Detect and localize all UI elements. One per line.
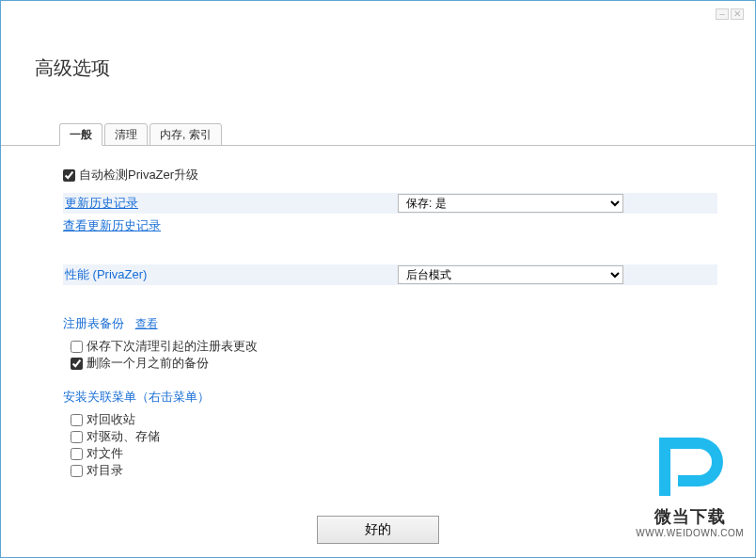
ctx-opt4-label: 对目录	[87, 462, 123, 479]
auto-detect-checkbox[interactable]	[63, 169, 75, 182]
ctx-opt3-row: 对文件	[71, 445, 717, 462]
minimize-button[interactable]: –	[716, 8, 729, 20]
ctx-opt2-checkbox[interactable]	[71, 431, 83, 443]
auto-detect-row: 自动检测PrivaZer升级	[63, 167, 717, 183]
close-button[interactable]: ✕	[731, 8, 744, 20]
window: – ✕ 高级选项 一般 清理 内存, 索引 自动检测PrivaZer升级 更新历…	[0, 0, 756, 558]
registry-opt2-checkbox[interactable]	[71, 358, 83, 370]
ctx-opt1-label: 对回收站	[87, 411, 135, 428]
update-history-row: 更新历史记录 保存: 是	[63, 193, 717, 214]
ctx-opt3-label: 对文件	[87, 445, 123, 462]
registry-backup-view-link[interactable]: 查看	[135, 317, 158, 330]
tab-mem-index[interactable]: 内存, 索引	[150, 123, 222, 146]
ctx-opt4-row: 对目录	[71, 462, 717, 479]
tab-clean[interactable]: 清理	[104, 123, 148, 146]
auto-detect-label: 自动检测PrivaZer升级	[79, 167, 198, 183]
update-history-heading[interactable]: 更新历史记录	[65, 196, 138, 210]
update-history-select[interactable]: 保存: 是	[398, 194, 623, 213]
registry-backup-heading: 注册表备份 查看	[63, 315, 717, 332]
view-update-history-link[interactable]: 查看更新历史记录	[63, 217, 161, 234]
page-title: 高级选项	[35, 56, 110, 81]
ctx-opt1-checkbox[interactable]	[71, 414, 83, 426]
registry-opt1-label: 保存下次清理引起的注册表更改	[87, 338, 258, 355]
ctx-opt1-row: 对回收站	[71, 411, 717, 428]
performance-select[interactable]: 后台模式	[398, 265, 623, 284]
tabstrip: 一般 清理 内存, 索引	[59, 123, 224, 146]
watermark-en: WWW.WEIDOWN.COM	[636, 528, 744, 538]
context-menu-heading: 安装关联菜单（右击菜单）	[63, 389, 717, 406]
ctx-opt3-checkbox[interactable]	[71, 448, 83, 460]
ctx-opt2-row: 对驱动、存储	[71, 428, 717, 445]
tabs-bar: 一般 清理 内存, 索引	[1, 123, 755, 146]
performance-row: 性能 (PrivaZer) 后台模式	[63, 264, 717, 285]
window-controls: – ✕	[716, 8, 744, 20]
watermark-cn: 微当下载	[636, 505, 744, 528]
ctx-opt2-label: 对驱动、存储	[87, 428, 160, 445]
registry-opt1-checkbox[interactable]	[71, 341, 83, 353]
registry-backup-label: 注册表备份	[63, 316, 124, 330]
registry-opt2-label: 删除一个月之前的备份	[87, 355, 209, 372]
ok-button[interactable]: 好的	[317, 516, 439, 544]
registry-opt2-row: 删除一个月之前的备份	[71, 355, 717, 372]
tab-content: 自动检测PrivaZer升级 更新历史记录 保存: 是 查看更新历史记录 性能 …	[63, 167, 717, 479]
registry-opt1-row: 保存下次清理引起的注册表更改	[71, 338, 717, 355]
performance-heading: 性能 (PrivaZer)	[65, 267, 147, 281]
view-update-history-row: 查看更新历史记录	[63, 217, 717, 234]
ctx-opt4-checkbox[interactable]	[71, 465, 83, 477]
tab-general[interactable]: 一般	[59, 123, 102, 146]
